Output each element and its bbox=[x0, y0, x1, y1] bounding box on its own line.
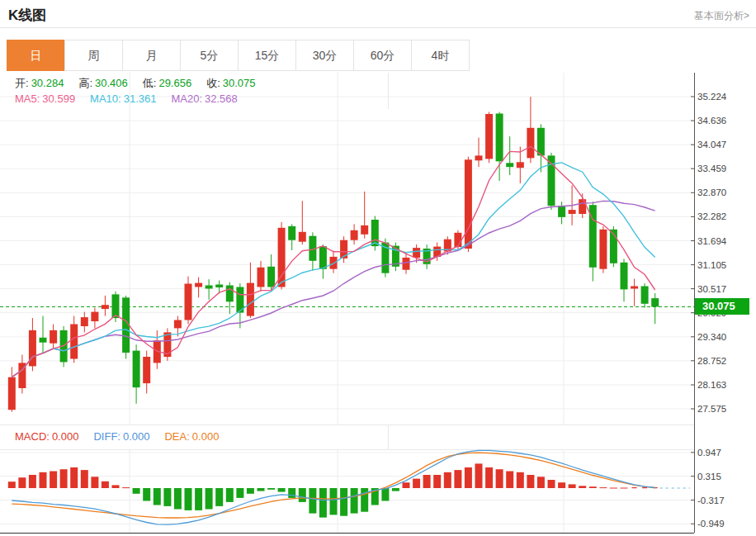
ma5-legend: MA5:30.599 bbox=[15, 92, 75, 105]
last-price-tag: 30.075 bbox=[695, 298, 749, 315]
ma10-legend: MA10:31.361 bbox=[90, 92, 156, 105]
ohlc-high: 高:30.406 bbox=[78, 76, 127, 91]
candle bbox=[454, 233, 461, 247]
svg-text:31.694: 31.694 bbox=[697, 236, 727, 246]
svg-text:30.517: 30.517 bbox=[697, 284, 726, 294]
candle bbox=[413, 248, 420, 258]
candle bbox=[361, 225, 368, 235]
macd-legend-row: MACD:0.000DIFF:0.000DEA:0.000 bbox=[15, 430, 234, 443]
candle bbox=[174, 320, 182, 329]
candle bbox=[558, 206, 565, 217]
svg-text:32.282: 32.282 bbox=[697, 211, 726, 221]
candle bbox=[517, 162, 524, 168]
candle bbox=[258, 268, 265, 287]
svg-text:0.947: 0.947 bbox=[697, 448, 721, 458]
candle bbox=[506, 163, 513, 167]
candle bbox=[319, 246, 327, 269]
dea-legend: DEA:0.000 bbox=[164, 430, 219, 443]
panel-borders bbox=[0, 73, 694, 534]
candle bbox=[485, 114, 493, 159]
svg-text:28.163: 28.163 bbox=[697, 380, 726, 390]
candle bbox=[247, 283, 254, 316]
svg-text:28.752: 28.752 bbox=[697, 356, 726, 366]
candle bbox=[330, 257, 338, 269]
candle bbox=[651, 298, 659, 306]
candle bbox=[40, 338, 47, 343]
gridlines bbox=[0, 73, 694, 533]
candle bbox=[599, 230, 607, 269]
svg-text:-0.317: -0.317 bbox=[697, 496, 725, 505]
candle bbox=[185, 284, 192, 320]
ohlc-row: 开:30.284高:30.406低:29.656收:30.075 bbox=[15, 76, 271, 91]
candle bbox=[351, 230, 358, 240]
svg-text:35.224: 35.224 bbox=[697, 92, 727, 102]
svg-text:0.315: 0.315 bbox=[697, 472, 721, 481]
candle bbox=[288, 226, 295, 240]
candle bbox=[215, 285, 223, 288]
candle bbox=[81, 317, 88, 326]
candle bbox=[91, 312, 98, 321]
svg-text:31.105: 31.105 bbox=[697, 260, 726, 270]
svg-text:33.459: 33.459 bbox=[697, 164, 726, 173]
candle bbox=[8, 377, 16, 410]
svg-text:32.870: 32.870 bbox=[697, 187, 726, 197]
candle bbox=[569, 210, 576, 214]
candle bbox=[465, 159, 472, 249]
candle bbox=[621, 263, 628, 290]
candle bbox=[475, 155, 483, 160]
svg-text:29.340: 29.340 bbox=[697, 332, 726, 342]
macd-legend: MACD:0.000 bbox=[15, 430, 78, 443]
candle bbox=[496, 114, 503, 162]
candle bbox=[226, 286, 234, 302]
ma-legend-row: MA5:30.599MA10:31.361MA20:32.568 bbox=[15, 92, 253, 105]
candle bbox=[50, 330, 57, 344]
candle bbox=[70, 325, 78, 359]
candle bbox=[206, 286, 213, 289]
svg-text:34.636: 34.636 bbox=[697, 116, 726, 126]
ohlc-close: 收:30.075 bbox=[206, 76, 255, 91]
candle bbox=[143, 357, 150, 383]
svg-text:27.575: 27.575 bbox=[697, 404, 726, 414]
candle bbox=[641, 287, 649, 304]
candle bbox=[102, 305, 109, 309]
candles bbox=[8, 97, 659, 412]
kline-page: K线图 基本面分析> 日周月5分15分30分60分4时 35.22434.636… bbox=[0, 0, 756, 536]
diff-legend: DIFF:0.000 bbox=[93, 430, 149, 443]
ohlc-open: 开:30.284 bbox=[15, 76, 64, 91]
svg-text:34.047: 34.047 bbox=[697, 140, 726, 149]
candle bbox=[403, 258, 410, 270]
candle bbox=[267, 267, 275, 287]
ohlc-low: 低:29.656 bbox=[143, 76, 191, 91]
candle bbox=[278, 228, 286, 287]
candle bbox=[631, 287, 638, 289]
macd-histogram bbox=[8, 463, 658, 517]
candle bbox=[133, 351, 140, 388]
candle bbox=[299, 232, 306, 242]
candle bbox=[195, 283, 202, 287]
svg-text:-0.949: -0.949 bbox=[697, 519, 725, 529]
candle bbox=[527, 128, 534, 159]
candle bbox=[579, 199, 586, 214]
candle bbox=[112, 294, 120, 318]
candle bbox=[537, 128, 545, 156]
ma20-legend: MA20:32.568 bbox=[171, 92, 237, 105]
